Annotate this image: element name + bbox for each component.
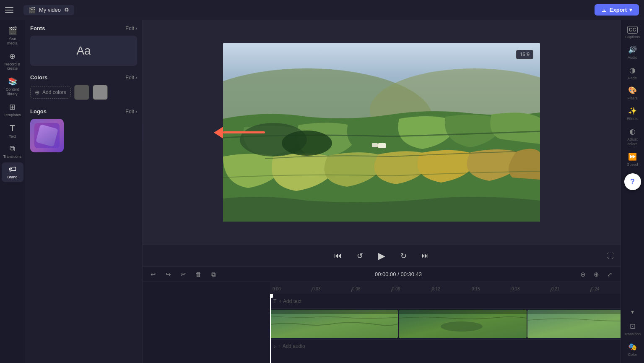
video-clip-3[interactable] bbox=[527, 310, 621, 338]
zoom-out-button[interactable]: ⊖ bbox=[578, 269, 589, 280]
playhead-handle[interactable] bbox=[270, 294, 273, 298]
right-sidebar-item-label: Speed bbox=[627, 162, 638, 167]
video-title-text: My video bbox=[39, 7, 61, 13]
menu-button[interactable] bbox=[5, 4, 17, 16]
playback-controls: ⏮ ↺ ▶ ↻ ⏭ ⛶ bbox=[143, 245, 621, 266]
filters-icon: 🎨 bbox=[628, 86, 637, 95]
adjust-colors-icon: ◐ bbox=[629, 127, 636, 136]
plus-icon: ⊕ bbox=[35, 89, 40, 96]
delete-button[interactable]: 🗑 bbox=[193, 269, 204, 280]
svg-rect-5 bbox=[378, 143, 386, 148]
sidebar-collapse-button[interactable]: ▾ bbox=[628, 305, 637, 319]
right-sidebar-item-fade[interactable]: ◑ Fade bbox=[622, 63, 644, 83]
arrow-head bbox=[214, 127, 223, 138]
right-sidebar-item-color[interactable]: 🎭 Color bbox=[622, 340, 644, 360]
color-swatch-medium[interactable] bbox=[93, 85, 108, 100]
sidebar-item-record-create[interactable]: ⊕ Record & create bbox=[2, 49, 23, 74]
sidebar-item-templates[interactable]: ⊞ Templates bbox=[2, 100, 23, 120]
svg-rect-6 bbox=[372, 143, 378, 147]
redo-button[interactable]: ↪ bbox=[163, 269, 174, 280]
video-clip-1[interactable] bbox=[270, 310, 398, 338]
timeline-toolbar: ↩ ↪ ✂ 🗑 ⧉ 00:00.00 / 00:30.43 ⊖ ⊕ ⤢ bbox=[143, 267, 621, 282]
sidebar-item-label: Brand bbox=[7, 175, 17, 180]
svg-point-11 bbox=[441, 321, 483, 332]
templates-icon: ⊞ bbox=[9, 102, 16, 112]
add-color-button[interactable]: ⊕ Add colors bbox=[30, 86, 71, 99]
skip-back-button[interactable]: ⏮ bbox=[331, 249, 345, 263]
right-sidebar-item-label: Captions bbox=[625, 35, 640, 39]
font-preview: Aa bbox=[30, 36, 137, 66]
sidebar-item-label: Content library bbox=[3, 87, 22, 97]
arrow-annotation bbox=[214, 127, 265, 138]
video-track bbox=[270, 309, 621, 339]
sync-icon: ♻ bbox=[64, 7, 69, 13]
sidebar-item-your-media[interactable]: 🎬 Your media bbox=[2, 24, 23, 48]
music-icon: ♪ bbox=[273, 343, 276, 349]
sidebar-item-label: Text bbox=[9, 134, 16, 139]
playhead bbox=[270, 294, 271, 363]
brand-panel: Fonts Edit › Aa Colors Edit › ⊕ bbox=[25, 20, 143, 363]
rewind-5s-button[interactable]: ↺ bbox=[353, 249, 366, 263]
sidebar-item-transitions[interactable]: ⧉ Transitions bbox=[2, 142, 23, 162]
text-icon: T bbox=[10, 123, 15, 133]
brand-kit-icon: 🏷 bbox=[9, 165, 16, 174]
fit-timeline-button[interactable]: ⤢ bbox=[605, 269, 615, 280]
svg-rect-10 bbox=[399, 310, 527, 314]
canvas-area: ‹ bbox=[143, 20, 621, 266]
panel-collapse-handle[interactable]: ‹ bbox=[143, 124, 143, 141]
add-audio-button[interactable]: + Add audio bbox=[278, 343, 305, 349]
duplicate-button[interactable]: ⧉ bbox=[208, 269, 219, 280]
right-sidebar-item-transition[interactable]: ⊡ Transition bbox=[622, 319, 644, 339]
zoom-controls: ⊖ ⊕ ⤢ bbox=[578, 269, 615, 280]
sidebar-item-brand-kit[interactable]: 🏷 Brand bbox=[2, 162, 23, 182]
top-bar: 🎬 My video ♻ Export ▾ bbox=[0, 0, 644, 20]
video-clip-2[interactable] bbox=[399, 310, 527, 338]
color-swatch-dark[interactable] bbox=[74, 85, 89, 100]
right-sidebar-item-audio[interactable]: 🔊 Audio bbox=[622, 43, 644, 63]
video-title-tab[interactable]: 🎬 My video ♻ bbox=[23, 5, 74, 15]
export-button[interactable]: Export ▾ bbox=[595, 4, 639, 16]
sidebar-item-text[interactable]: T Text bbox=[2, 121, 23, 141]
skip-forward-button[interactable]: ⏭ bbox=[418, 249, 432, 263]
right-sidebar-item-effects[interactable]: ✨ Effects bbox=[622, 104, 644, 124]
right-sidebar-item-filters[interactable]: 🎨 Filters bbox=[622, 84, 644, 103]
fullscreen-button[interactable]: ⛶ bbox=[607, 252, 614, 260]
export-label: Export bbox=[610, 7, 627, 13]
logos-edit-button[interactable]: Edit › bbox=[125, 109, 137, 115]
text-track-label-icon: T bbox=[273, 298, 276, 304]
right-sidebar-item-speed[interactable]: ⏩ Speed bbox=[622, 150, 644, 170]
help-button[interactable]: ? bbox=[624, 173, 641, 190]
play-button[interactable]: ▶ bbox=[375, 249, 388, 263]
right-sidebar-item-label: Transition bbox=[624, 332, 641, 337]
audio-icon: 🔊 bbox=[628, 45, 637, 54]
transition-icon: ⊡ bbox=[630, 322, 636, 331]
svg-point-4 bbox=[282, 131, 332, 156]
video-icon: 🎬 bbox=[29, 7, 36, 13]
video-canvas: ‹ bbox=[143, 20, 621, 245]
sidebar-item-label: Your media bbox=[3, 37, 22, 46]
fonts-edit-button[interactable]: Edit › bbox=[125, 26, 137, 31]
zoom-in-button[interactable]: ⊕ bbox=[591, 269, 602, 280]
timeline: ↩ ↪ ✂ 🗑 ⧉ 00:00.00 / 00:30.43 ⊖ ⊕ ⤢ bbox=[143, 266, 621, 363]
colors-edit-button[interactable]: Edit › bbox=[125, 75, 137, 81]
chevron-right-icon: › bbox=[135, 75, 137, 81]
colors-section-title: Colors bbox=[30, 74, 47, 81]
sidebar-item-label: Transitions bbox=[3, 154, 22, 159]
undo-button[interactable]: ↩ bbox=[148, 269, 158, 280]
your-media-icon: 🎬 bbox=[8, 26, 17, 35]
sidebar-item-content-library[interactable]: 📚 Content library bbox=[2, 74, 23, 99]
fonts-section-title: Fonts bbox=[30, 25, 45, 31]
time-display: 00:00.00 / 00:30.43 bbox=[375, 271, 422, 277]
right-sidebar-item-captions[interactable]: CC Captions bbox=[622, 24, 644, 42]
right-sidebar-item-adjust-colors[interactable]: ◐ Adjust colors bbox=[622, 125, 644, 149]
svg-rect-8 bbox=[270, 310, 398, 314]
cut-button[interactable]: ✂ bbox=[178, 269, 189, 280]
timeline-ruler: 0:00 0:03 0:06 bbox=[270, 282, 621, 294]
color-icon: 🎭 bbox=[628, 342, 637, 351]
chevron-right-icon: › bbox=[135, 26, 137, 31]
logo-preview bbox=[30, 119, 64, 152]
sidebar-item-label: Templates bbox=[4, 113, 21, 118]
add-text-button[interactable]: + Add text bbox=[279, 298, 301, 304]
forward-5s-button[interactable]: ↻ bbox=[397, 249, 410, 263]
right-sidebar-item-label: Fade bbox=[628, 76, 637, 81]
